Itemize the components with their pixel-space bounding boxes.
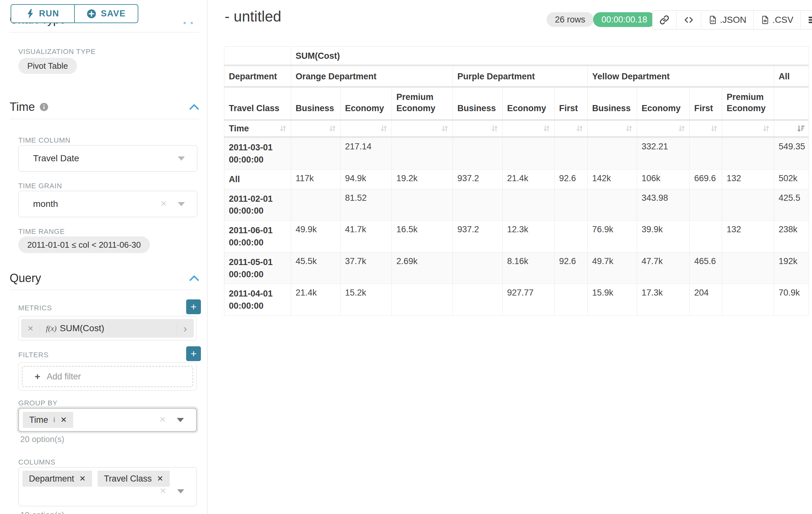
pivot-value-cell: 132 — [722, 221, 774, 252]
chevron-up-icon[interactable] — [190, 104, 199, 110]
pivot-value-cell: 192k — [774, 252, 809, 284]
metrics-label: METRICS — [18, 304, 52, 312]
row-count-badge: 26 rows — [547, 12, 594, 27]
pivot-value-cell: 41.7k — [341, 221, 392, 252]
columns-tag-department[interactable]: Department ✕ — [23, 470, 92, 487]
sort-toggle-icon[interactable] — [677, 124, 686, 133]
columns-tag-travel-class[interactable]: Travel Class ✕ — [97, 470, 170, 487]
pivot-value-cell: 39.9k — [637, 221, 690, 252]
export-toolbar: .JSON .CSV — [652, 10, 812, 30]
plus-icon: + — [35, 371, 40, 382]
sort-toggle-icon[interactable] — [575, 124, 584, 133]
pivot-value-cell — [392, 137, 453, 170]
pivot-value-cell: 332.21 — [637, 137, 690, 170]
panel-handle-dot — [183, 22, 186, 24]
chevron-down-icon — [177, 418, 184, 422]
export-json-button[interactable]: .JSON — [701, 10, 754, 29]
pivot-sort-cell — [341, 120, 392, 137]
group-by-select[interactable]: Time i ✕ × — [18, 408, 197, 432]
chevron-down-icon — [177, 489, 184, 493]
pivot-value-cell: 142k — [588, 169, 637, 189]
sort-toggle-icon[interactable] — [328, 124, 337, 133]
sort-toggle-icon[interactable] — [542, 124, 551, 133]
add-metric-button[interactable]: + — [186, 299, 201, 314]
pivot-value-cell: 49.9k — [291, 221, 341, 252]
run-button-label: RUN — [39, 9, 59, 19]
run-button[interactable]: RUN — [10, 4, 75, 23]
pivot-class-header: Economy — [341, 87, 392, 120]
pivot-data-row: 2011-03-0100:00:00217.14332.21549.35 — [224, 137, 809, 170]
chevron-right-icon[interactable]: › — [176, 322, 194, 335]
pivot-value-cell: 16.5k — [392, 221, 453, 252]
pivot-sort-cell — [722, 120, 774, 137]
pivot-value-cell — [392, 189, 453, 221]
pivot-value-cell — [555, 284, 588, 316]
columns-select[interactable]: Department ✕ Travel Class ✕ × — [18, 467, 197, 506]
viz-type-pill[interactable]: Pivot Table — [18, 58, 77, 74]
sort-toggle-icon[interactable] — [279, 124, 288, 133]
pivot-value-cell: 15.2k — [341, 284, 392, 316]
tag-label: Time — [29, 415, 48, 425]
pivot-class-header: Business — [588, 87, 637, 120]
time-column-select[interactable]: Travel Date — [18, 145, 197, 171]
pivot-value-cell: 92.6 — [555, 169, 588, 189]
export-csv-button[interactable]: .CSV — [754, 10, 801, 29]
code-icon — [684, 15, 694, 25]
sort-toggle-icon[interactable] — [440, 124, 449, 133]
remove-tag-icon[interactable]: ✕ — [157, 474, 163, 483]
add-filter-plus-button[interactable]: + — [186, 346, 201, 361]
remove-tag-icon[interactable]: ✕ — [79, 474, 86, 483]
metric-pill[interactable]: × f(x) SUM(Cost) › — [21, 319, 194, 337]
group-by-label: GROUP BY — [18, 399, 57, 407]
pivot-time-axis-label: Time — [224, 120, 291, 137]
pivot-value-cell: 12.3k — [502, 221, 555, 252]
pivot-sort-cell — [555, 120, 588, 137]
section-divider — [10, 290, 199, 290]
more-options-button[interactable] — [801, 10, 812, 29]
query-section-header[interactable]: Query — [10, 271, 199, 285]
embed-code-button[interactable] — [676, 10, 701, 29]
pivot-value-cell: 70.9k — [774, 284, 809, 316]
copy-link-button[interactable] — [652, 10, 676, 29]
json-file-icon — [708, 15, 717, 25]
clear-icon[interactable]: × — [160, 413, 166, 425]
remove-metric-icon[interactable]: × — [21, 323, 40, 334]
sort-toggle-icon[interactable] — [379, 124, 388, 133]
pivot-value-cell — [392, 284, 453, 316]
pivot-value-cell — [291, 189, 341, 221]
pivot-value-cell: 238k — [774, 221, 809, 252]
pivot-group-header: Purple Department — [453, 65, 588, 87]
time-range-pill[interactable]: 2011-01-01 ≤ col < 2011-06-30 — [18, 237, 150, 253]
sort-toggle-icon[interactable] — [490, 124, 499, 133]
clear-icon[interactable]: × — [160, 485, 166, 497]
pivot-value-cell: 927.77 — [502, 284, 555, 316]
pivot-value-cell: 17.3k — [637, 284, 690, 316]
pivot-value-cell — [690, 189, 722, 221]
filters-container: + Add filter — [18, 362, 197, 390]
pivot-value-cell — [453, 137, 502, 170]
query-timer-badge: 00:00:00.18 — [593, 12, 656, 27]
chart-title[interactable]: - untitled — [225, 8, 281, 25]
pivot-class-header: First — [690, 87, 722, 120]
time-section-header[interactable]: Time — [10, 100, 199, 114]
pivot-data-row: 2011-06-0100:00:0049.9k41.7k16.5k937.212… — [224, 221, 809, 252]
clear-icon[interactable]: × — [161, 197, 167, 210]
sort-descending-icon[interactable] — [796, 124, 805, 133]
pivot-value-cell — [291, 137, 341, 170]
pivot-row-header: All — [224, 169, 291, 189]
add-filter-button[interactable]: + Add filter — [22, 366, 193, 387]
pivot-row-header: 2011-04-0100:00:00 — [224, 284, 291, 316]
sort-toggle-icon[interactable] — [709, 124, 719, 133]
time-grain-select[interactable]: month × — [18, 191, 197, 217]
pivot-value-cell — [690, 137, 722, 170]
sort-toggle-icon[interactable] — [625, 124, 634, 133]
pivot-sort-cell — [637, 120, 690, 137]
remove-tag-icon[interactable]: ✕ — [60, 415, 67, 424]
pivot-table: SUM(Cost)DepartmentOrange DepartmentPurp… — [224, 46, 809, 316]
group-by-options-hint: 20 option(s) — [20, 434, 64, 444]
chevron-up-icon[interactable] — [190, 275, 199, 281]
group-by-tag-time[interactable]: Time i ✕ — [23, 412, 73, 428]
pivot-sort-cell — [392, 120, 453, 137]
sort-toggle-icon[interactable] — [762, 124, 771, 133]
save-button[interactable]: SAVE — [75, 4, 138, 23]
